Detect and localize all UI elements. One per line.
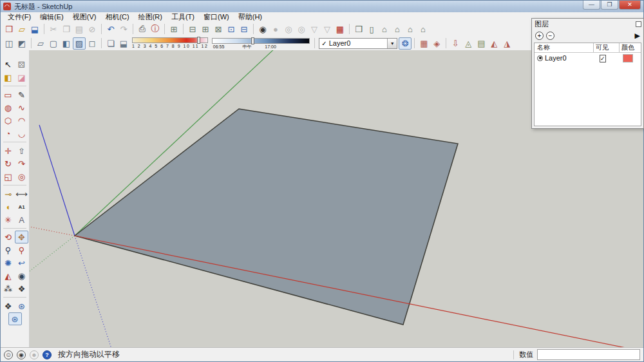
wireframe-mode-icon[interactable]: ▱ <box>34 37 47 50</box>
help-icon[interactable]: ? <box>43 350 52 359</box>
walk-tool-icon[interactable]: ⁂ <box>1 282 15 295</box>
shadow-time-slider[interactable]: 06:55 中午 17:00 <box>212 38 310 49</box>
menu-item-4[interactable]: 绘图(R) <box>134 12 167 22</box>
shadow-toggle-icon[interactable]: ⬓ <box>117 37 130 50</box>
scale-tool-icon[interactable]: ◱ <box>1 170 15 183</box>
menu-item-0[interactable]: 文件(F) <box>3 12 35 22</box>
orbit-tool-icon[interactable]: ⟲ <box>1 231 15 243</box>
shadow-settings-icon[interactable]: ❏ <box>104 37 117 50</box>
pan-tool-icon[interactable]: ✥ <box>15 231 28 243</box>
back-view-icon[interactable]: ⌂ <box>404 23 417 35</box>
follow-me-tool-icon[interactable]: ↷ <box>15 157 28 170</box>
texture-grid-icon[interactable]: ▦ <box>334 23 346 35</box>
plane-tool-1-icon[interactable]: ▽ <box>308 23 321 35</box>
shaded-mode-icon[interactable]: ◧ <box>60 37 73 50</box>
shadow-date-slider[interactable]: 1 2 3 4 5 6 7 8 9 10 11 12 <box>132 37 208 49</box>
polygon-tool-icon[interactable]: ⬡ <box>1 114 15 127</box>
xray-mode-icon[interactable]: ◫ <box>3 37 15 50</box>
cut-icon[interactable]: ✂ <box>47 23 60 35</box>
stamp-icon[interactable]: ◬ <box>462 37 475 50</box>
section-tool-icon[interactable]: ❖ <box>15 282 28 295</box>
menu-item-3[interactable]: 相机(C) <box>100 12 133 22</box>
sandbox-from-contours-icon[interactable]: ▦ <box>417 37 430 50</box>
solid-intersect-icon[interactable]: ⊟ <box>186 23 199 35</box>
previous-view-icon[interactable]: ↩ <box>15 256 28 269</box>
layer-visible-checkbox[interactable]: ✓ <box>600 55 606 62</box>
make-component-icon[interactable]: ⚄ <box>15 58 28 71</box>
line-tool-icon[interactable]: ✎ <box>15 88 28 101</box>
tape-measure-tool-icon[interactable]: ⊸ <box>1 187 15 200</box>
right-view-icon[interactable]: ⌂ <box>391 23 404 35</box>
menu-item-7[interactable]: 帮助(H) <box>234 12 267 22</box>
column-header-color[interactable]: 颜色 <box>619 43 641 52</box>
left-view-icon[interactable]: ⌂ <box>417 23 430 35</box>
protractor-tool-icon[interactable]: ◖ <box>1 200 15 213</box>
dimension-tool-icon[interactable]: ⟷ <box>15 187 28 200</box>
open-file-icon[interactable]: ▱ <box>15 23 28 35</box>
measurement-input[interactable] <box>537 349 640 360</box>
close-button[interactable]: ✕ <box>619 1 641 10</box>
flip-edge-icon[interactable]: ◮ <box>500 37 513 50</box>
monochrome-mode-icon[interactable]: ◻ <box>86 37 99 50</box>
look-around-tool-icon[interactable]: ◉ <box>15 269 28 282</box>
toggle-terrain-icon[interactable]: ⊛ <box>8 312 22 325</box>
position-camera-tool-icon[interactable]: ◭ <box>1 269 15 282</box>
geolocation-icon[interactable]: ⊙ <box>4 350 13 359</box>
column-header-name[interactable]: 名称 <box>535 43 593 52</box>
layer-dropdown-button[interactable]: ▼ <box>387 39 397 48</box>
minimize-button[interactable]: — <box>583 1 600 10</box>
eraser-icon[interactable]: ◪ <box>15 71 28 84</box>
solid-union-icon[interactable]: ⊞ <box>199 23 212 35</box>
arc-tool-icon[interactable]: ◠ <box>15 114 28 127</box>
smoove-icon[interactable]: ⇩ <box>449 37 462 50</box>
menu-item-2[interactable]: 视图(V) <box>68 12 101 22</box>
layer-color-swatch[interactable] <box>623 54 633 62</box>
plane-tool-2-icon[interactable]: ▽ <box>321 23 334 35</box>
solids-sphere-icon[interactable]: ● <box>269 23 282 35</box>
front-view-icon[interactable]: ⌂ <box>378 23 391 35</box>
delete-icon[interactable]: ⊘ <box>86 23 99 35</box>
model-info-icon[interactable]: ⓘ <box>149 23 162 35</box>
drape-icon[interactable]: ▤ <box>475 37 488 50</box>
zoom-window-tool-icon[interactable]: ⚲ <box>15 243 28 256</box>
circle-tool-icon[interactable]: ◍ <box>1 101 15 114</box>
copy-icon[interactable]: ❐ <box>60 23 73 35</box>
solid-subtract-icon[interactable]: ⊠ <box>212 23 225 35</box>
paint-bucket-icon[interactable]: ◧ <box>1 71 15 84</box>
iso-view-icon[interactable]: ❒ <box>352 23 365 35</box>
add-layer-button[interactable]: + <box>535 32 544 40</box>
freehand-tool-icon[interactable]: ∿ <box>15 101 28 114</box>
shaded-textures-mode-icon[interactable]: ▨ <box>73 37 86 50</box>
redo-icon[interactable]: ↷ <box>117 23 130 35</box>
rectangle-tool-icon[interactable]: ▭ <box>1 88 15 101</box>
push-pull-tool-icon[interactable]: ⇧ <box>15 144 28 157</box>
panel-collapse-button[interactable] <box>636 21 641 27</box>
solids-pair-1-icon[interactable]: ◎ <box>282 23 295 35</box>
sign-in-icon[interactable]: ☻ <box>30 350 39 359</box>
menu-item-6[interactable]: 窗口(W) <box>199 12 234 22</box>
layer-name[interactable]: Layer0 <box>545 54 593 62</box>
3d-text-tool-icon[interactable]: A <box>15 213 28 226</box>
next-view-icon[interactable]: ❖ <box>1 300 15 312</box>
text-tool-icon[interactable]: A1 <box>15 200 28 213</box>
credits-icon[interactable]: ◉ <box>17 350 26 359</box>
solids-intersect-dark-icon[interactable]: ◉ <box>256 23 269 35</box>
sandbox-from-scratch-icon[interactable]: ◈ <box>430 37 443 50</box>
save-file-icon[interactable]: ⬓ <box>28 23 41 35</box>
layer-combobox[interactable]: ✓ Layer0 ▼ <box>319 38 397 49</box>
layer-manager-icon[interactable]: ❂ <box>399 37 412 50</box>
menu-item-5[interactable]: 工具(T) <box>167 12 199 22</box>
pie-tool-icon[interactable]: ◔ <box>1 127 15 140</box>
solid-split-icon[interactable]: ⊟ <box>238 23 251 35</box>
new-file-icon[interactable]: ❒ <box>3 23 15 35</box>
paste-icon[interactable]: ▤ <box>73 23 86 35</box>
zoom-tool-icon[interactable]: ⚲ <box>1 243 15 256</box>
remove-layer-button[interactable]: − <box>546 32 554 40</box>
offset-tool-icon[interactable]: ◎ <box>15 170 28 183</box>
solid-trim-icon[interactable]: ⊡ <box>225 23 238 35</box>
layer-row[interactable]: Layer0✓ <box>535 53 641 63</box>
axes-tool-icon[interactable]: ✳ <box>1 213 15 226</box>
select-tool-icon[interactable]: ↖ <box>1 58 15 71</box>
top-view-icon[interactable]: ▯ <box>365 23 378 35</box>
menu-item-1[interactable]: 编辑(E) <box>35 12 68 22</box>
